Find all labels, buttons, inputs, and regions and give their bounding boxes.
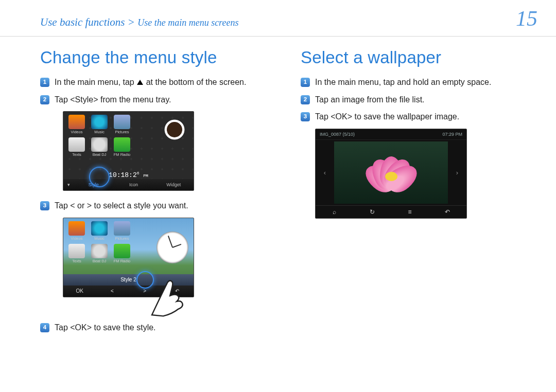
menu-icon: ≡: [391, 208, 429, 216]
tray-widget: Widget: [153, 182, 194, 187]
breadcrumb-main: Use basic functions: [40, 16, 125, 28]
breadcrumb-sub: Use the main menu screens: [137, 17, 238, 28]
wallpaper-image: [334, 141, 448, 204]
viewer-bottom-bar: ⌕ ↻ ≡ ↶: [316, 205, 466, 218]
step-badge-2: 2: [40, 95, 49, 104]
step-badge-3: 3: [301, 112, 310, 121]
device-clock: 10:18:26 PM: [63, 171, 194, 179]
device-screenshot-style2: Videos Music Pictures Texts Beat DJ FM R…: [63, 218, 194, 297]
step-4: 4 Tap <OK> to save the style.: [40, 322, 277, 333]
beatdj-icon: [91, 137, 108, 152]
beatdj-icon: [91, 244, 108, 258]
texts-icon: [68, 137, 85, 152]
nav-next-icon: ›: [450, 141, 464, 204]
step-badge-3: 3: [40, 201, 49, 210]
step-badge-1: 1: [301, 78, 310, 87]
image-filename: IMG_0087 (5/10): [320, 132, 355, 137]
pictures-icon: [114, 115, 130, 129]
nav-prev-icon: ‹: [318, 141, 332, 204]
music-icon: [91, 115, 108, 129]
prev-button: <: [96, 288, 128, 294]
fmradio-icon: [114, 244, 130, 258]
step-2: 2 Tap <Style> from the menu tray.: [40, 94, 277, 105]
texts-icon: [68, 244, 85, 258]
wp-step-3: 3 Tap <OK> to save the wallpaper image.: [301, 111, 537, 122]
device-tray: ▾ Style Icon Widget: [63, 179, 194, 190]
section-title-change-style: Change the menu style: [40, 48, 277, 67]
section-title-wallpaper: Select a wallpaper: [301, 48, 537, 67]
triangle-up-icon: [137, 80, 143, 85]
breadcrumb: Use basic functions > Use the main menu …: [40, 16, 238, 29]
videos-icon: [68, 221, 85, 236]
videos-icon: [68, 115, 85, 129]
chevron-down-icon: ▾: [63, 182, 74, 187]
fmradio-icon: [114, 137, 130, 152]
step-3: 3 Tap < or > to select a style you want.: [40, 200, 277, 211]
rotate-icon: ↻: [353, 208, 391, 216]
ok-button: OK: [63, 288, 96, 294]
wp-step-2: 2 Tap an image from the file list.: [301, 94, 537, 105]
device-screenshot-wallpaper: IMG_0087 (5/10) 07:29 PM ‹ › ⌕ ↻: [315, 129, 467, 219]
page-number: 15: [516, 6, 537, 31]
analog-clock-icon: [157, 231, 188, 263]
pictures-icon: [114, 221, 130, 236]
header-divider: [0, 36, 556, 37]
step-1: 1 In the main menu, tap at the bottom of…: [40, 77, 277, 88]
style-highlight-ring: [89, 167, 110, 187]
wp-step-1: 1 In the main menu, tap and hold an empt…: [301, 77, 537, 88]
device-screenshot-menu-style: Videos Music Pictures Texts Beat DJ FM R…: [63, 111, 194, 191]
lotus-flower-icon: [360, 154, 422, 190]
music-icon: [91, 221, 108, 236]
pointing-hand-icon: [141, 263, 197, 319]
step-badge-4: 4: [40, 323, 49, 332]
tray-icon: Icon: [114, 182, 154, 187]
image-time: 07:29 PM: [442, 132, 462, 137]
step-badge-2: 2: [301, 95, 310, 104]
back-icon: ↶: [429, 208, 466, 216]
step-badge-1: 1: [40, 78, 49, 87]
search-icon: ⌕: [316, 208, 353, 216]
